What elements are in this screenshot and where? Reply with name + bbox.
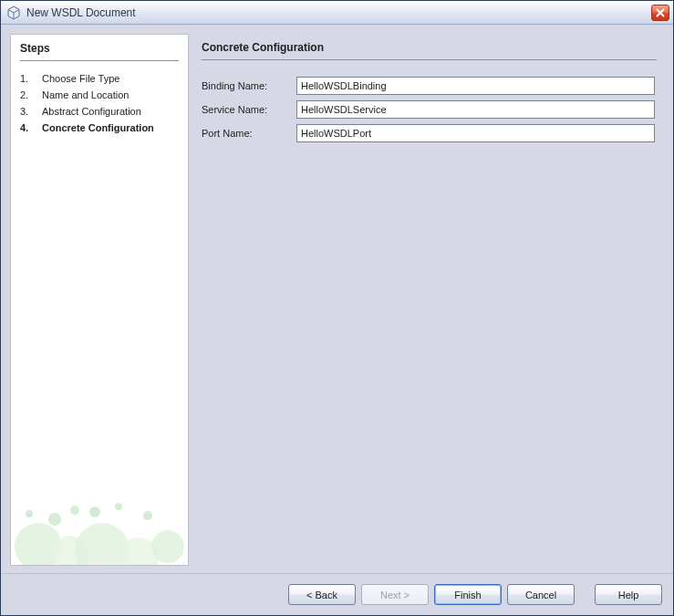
svg-point-9	[48, 513, 61, 526]
svg-point-14	[26, 510, 33, 517]
close-button[interactable]	[651, 5, 669, 21]
step-name-and-location: 2. Name and Location	[20, 87, 179, 103]
help-button[interactable]: Help	[595, 584, 662, 605]
main-heading: Concrete Configuration	[202, 41, 657, 60]
steps-panel: Steps 1. Choose File Type 2. Name and Lo…	[10, 34, 189, 566]
row-binding-name: Binding Name:	[202, 77, 660, 95]
back-button[interactable]: < Back	[288, 584, 356, 605]
binding-name-label: Binding Name:	[202, 80, 296, 91]
svg-point-5	[52, 536, 88, 565]
svg-point-7	[119, 538, 159, 565]
svg-point-6	[75, 523, 130, 565]
title-bar: New WSDL Document	[1, 1, 673, 25]
step-abstract-configuration: 3. Abstract Configuration	[20, 103, 179, 120]
steps-heading: Steps	[20, 42, 179, 61]
step-label: Abstract Configuration	[42, 106, 141, 117]
step-number: 3.	[20, 106, 33, 117]
close-icon	[656, 8, 665, 17]
app-icon	[6, 5, 21, 20]
svg-point-12	[115, 503, 122, 510]
step-choose-file-type: 1. Choose File Type	[20, 70, 179, 87]
main-panel: Concrete Configuration Binding Name: Ser…	[189, 34, 664, 566]
finish-button[interactable]: Finish	[434, 584, 502, 605]
decorative-bubbles	[11, 455, 189, 565]
port-name-label: Port Name:	[202, 128, 296, 139]
svg-point-10	[70, 506, 79, 515]
step-number: 1.	[20, 73, 33, 84]
svg-point-8	[151, 530, 184, 563]
step-number: 2.	[20, 89, 33, 100]
binding-name-input[interactable]	[296, 77, 655, 95]
step-label: Concrete Configuration	[42, 122, 154, 133]
content-area: Steps 1. Choose File Type 2. Name and Lo…	[1, 25, 673, 573]
step-concrete-configuration: 4. Concrete Configuration	[20, 120, 179, 136]
window-title: New WSDL Document	[26, 6, 651, 19]
svg-point-4	[15, 523, 62, 565]
cancel-button[interactable]: Cancel	[507, 584, 575, 605]
button-bar: < Back Next > Finish Cancel Help	[1, 573, 673, 615]
step-label: Choose File Type	[42, 73, 119, 84]
step-label: Name and Location	[42, 89, 129, 100]
svg-point-13	[143, 511, 152, 520]
service-name-label: Service Name:	[202, 104, 296, 115]
service-name-input[interactable]	[296, 100, 655, 119]
step-number: 4.	[20, 122, 33, 133]
port-name-input[interactable]	[296, 124, 655, 142]
row-port-name: Port Name:	[202, 124, 660, 142]
next-button: Next >	[361, 584, 429, 605]
row-service-name: Service Name:	[202, 100, 660, 119]
dialog-window: New WSDL Document Steps 1. Choose File T…	[0, 0, 674, 616]
steps-list: 1. Choose File Type 2. Name and Location…	[20, 70, 179, 136]
svg-point-11	[89, 506, 100, 517]
